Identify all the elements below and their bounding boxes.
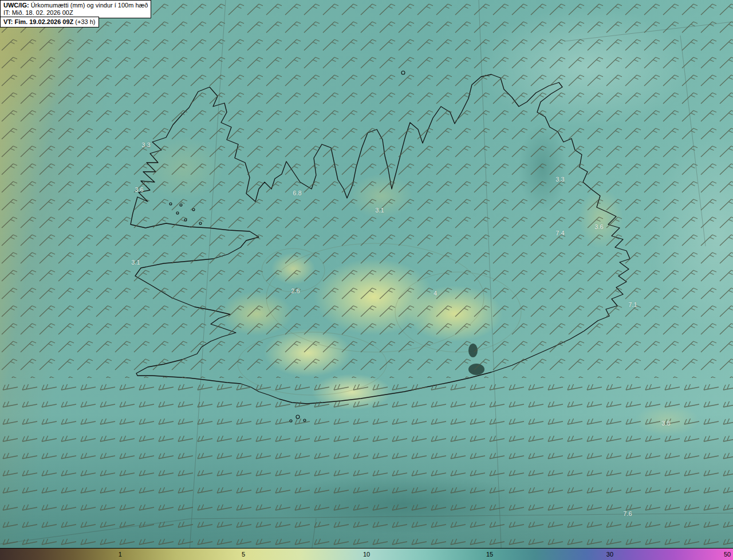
precip-value-label: 3.1 bbox=[375, 207, 384, 214]
precip-value-label: 6.8 bbox=[293, 190, 301, 196]
precip-value-label: 3.6 bbox=[135, 186, 143, 193]
precip-value-label: 2.6 bbox=[291, 287, 299, 294]
model-id: UWC/IG: bbox=[3, 2, 29, 9]
init-time: IT: Mið. 18. 02. 2026 00Z bbox=[3, 9, 73, 16]
precip-value-label: 7.6 bbox=[623, 510, 632, 517]
colorbar-labels: 1510153050 bbox=[0, 549, 733, 560]
weather-map: UWC/IG: Úrkomumætti (mm) og vindur í 100… bbox=[0, 0, 733, 560]
valid-time-box: VT: Fim. 19.02.2026 09Z (+33 h) bbox=[0, 17, 99, 27]
map-title: Úrkomumætti (mm) og vindur í 100m hæð bbox=[31, 2, 148, 9]
precip-value-label: 3.6 bbox=[594, 223, 603, 230]
precip-value-label: 3.8 bbox=[661, 420, 670, 427]
colorbar-tick-label: 15 bbox=[486, 549, 493, 560]
precip-value-labels: 3.33.66.83.13.37.43.63.12.647.13.87.6 bbox=[0, 0, 733, 560]
valid-offset: (+33 h) bbox=[75, 18, 95, 25]
colorbar: 1510153050 bbox=[0, 548, 733, 560]
title-line: UWC/IG: Úrkomumætti (mm) og vindur í 100… bbox=[3, 2, 148, 9]
colorbar-tick-label: 5 bbox=[242, 549, 245, 560]
precip-value-label: 7.4 bbox=[555, 230, 564, 236]
colorbar-tick-label: 1 bbox=[119, 549, 122, 560]
init-time-line: IT: Mið. 18. 02. 2026 00Z bbox=[3, 9, 148, 17]
valid-time: VT: Fim. 19.02.2026 09Z bbox=[3, 18, 73, 25]
precip-value-label: 3.3 bbox=[555, 176, 564, 183]
colorbar-tick-label: 50 bbox=[724, 549, 731, 560]
precip-value-label: 7.1 bbox=[628, 301, 637, 308]
precip-value-label: 4 bbox=[434, 290, 437, 297]
map-title-box: UWC/IG: Úrkomumætti (mm) og vindur í 100… bbox=[0, 0, 151, 18]
precip-value-label: 3.1 bbox=[131, 259, 140, 266]
precip-value-label: 3.3 bbox=[141, 141, 150, 148]
colorbar-tick-label: 10 bbox=[363, 549, 370, 560]
colorbar-tick-label: 30 bbox=[606, 549, 613, 560]
